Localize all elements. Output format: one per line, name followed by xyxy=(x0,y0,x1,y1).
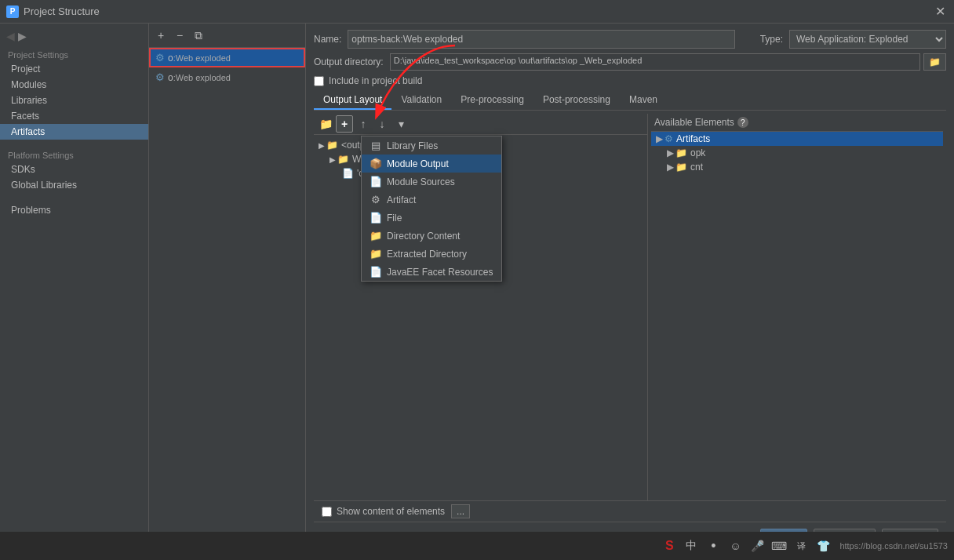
menu-module-sources-label: Module Sources xyxy=(387,176,455,187)
zh-taskbar-icon[interactable]: 中 xyxy=(683,537,700,555)
layout-toolbar: 📁 + ↑ ↓ ▾ xyxy=(314,114,647,135)
layout-more-btn[interactable]: ▾ xyxy=(392,115,410,133)
available-panel: Available Elements ? ▶ ⚙ Artifacts ▶ xyxy=(648,114,946,500)
available-item-c[interactable]: ▶ 📁 c nt xyxy=(651,160,943,174)
artifacts-group-arrow: ▶ xyxy=(656,133,663,144)
dot-taskbar-icon[interactable]: • xyxy=(705,537,722,555)
show-content-row: Show content of elements xyxy=(322,506,445,517)
sidebar-item-facets[interactable]: Facets xyxy=(0,108,148,124)
layout-movedown-btn[interactable]: ↓ xyxy=(373,115,391,133)
mic-taskbar-icon[interactable]: 🎤 xyxy=(748,537,766,555)
tab-post-processing[interactable]: Post-processing xyxy=(533,91,620,110)
available-header: Available Elements ? xyxy=(651,114,943,132)
available-item-artifacts[interactable]: ▶ ⚙ Artifacts xyxy=(651,132,943,146)
s-taskbar-icon[interactable]: S xyxy=(661,537,678,555)
file-icon: 📄 xyxy=(370,212,382,224)
ellipsis-btn[interactable]: ... xyxy=(451,504,470,518)
artifact-items: ⚙ o :Web exploded ⚙ o :Web exploded xyxy=(149,48,305,560)
menu-extracted-directory-label: Extracted Directory xyxy=(387,249,467,260)
c-item-suffix: nt xyxy=(695,162,703,173)
include-build-label: Include in project build xyxy=(329,75,422,86)
show-content-checkbox[interactable] xyxy=(322,507,332,517)
output-dir-browse-btn[interactable]: 📁 xyxy=(923,53,946,71)
artifact-suffix-1: :Web exploded xyxy=(173,53,231,63)
menu-javaee-facet[interactable]: 📄 JavaEE Facet Resources xyxy=(362,263,501,281)
sidebar-item-sdks[interactable]: SDKs xyxy=(0,162,148,177)
folder-output-root-icon: 📁 xyxy=(326,140,338,151)
nav-back[interactable]: ◀ xyxy=(6,30,15,42)
available-item-op[interactable]: ▶ 📁 op k xyxy=(651,146,943,160)
available-tree: ▶ ⚙ Artifacts ▶ 📁 op k ▶ xyxy=(651,132,943,500)
c-item-arrow: ▶ xyxy=(667,162,674,173)
app-icon: P xyxy=(6,5,19,18)
tab-validation[interactable]: Validation xyxy=(391,91,451,110)
artifact-suffix-2: :Web exploded xyxy=(173,73,231,82)
main-layout: ◀ ▶ Project Settings Project Modules Lib… xyxy=(0,24,954,560)
show-content-label: Show content of elements xyxy=(337,506,445,517)
available-header-label: Available Elements xyxy=(654,117,734,128)
close-button[interactable]: ✕ xyxy=(932,4,948,20)
sidebar-item-artifacts[interactable]: Artifacts xyxy=(0,124,148,140)
sidebar-item-project[interactable]: Project xyxy=(0,61,148,77)
menu-module-sources[interactable]: 📄 Module Sources xyxy=(362,173,501,191)
name-input[interactable] xyxy=(348,30,734,49)
menu-extracted-directory[interactable]: 📁 Extracted Directory xyxy=(362,245,501,263)
tabs-row: Output Layout Validation Pre-processing … xyxy=(314,91,946,111)
tab-pre-processing[interactable]: Pre-processing xyxy=(451,91,533,110)
javaee-facet-icon: 📄 xyxy=(370,266,382,278)
op-item-arrow: ▶ xyxy=(667,147,674,158)
bottom-bar: Show content of elements ... xyxy=(314,500,946,522)
artifact-item-2[interactable]: ⚙ o :Web exploded xyxy=(149,67,305,87)
op-item-label: op xyxy=(690,147,701,158)
menu-artifact[interactable]: ⚙ Artifact xyxy=(362,191,501,209)
artifact-add-btn[interactable]: + xyxy=(152,27,169,44)
module-sources-icon: 📄 xyxy=(370,176,382,187)
artifact-panel: + − ⧉ ⚙ o :Web exploded ⚙ o :Web explode… xyxy=(149,24,954,560)
tab-output-layout[interactable]: Output Layout xyxy=(314,91,391,110)
layout-folder-btn[interactable]: 📁 xyxy=(317,115,334,133)
artifact-icon: ⚙ xyxy=(370,194,382,205)
menu-directory-content[interactable]: 📁 Directory Content xyxy=(362,227,501,245)
expand-output-root: ▶ xyxy=(319,141,325,150)
artifact-toolbar: + − ⧉ xyxy=(149,24,305,48)
dropdown-menu: ▤ Library Files 📦 Module Output 📄 Module… xyxy=(361,136,502,282)
taskbar-right: S 中 • ☺ 🎤 ⌨ 译 👕 https://blog.csdn.net/su… xyxy=(661,537,948,555)
sidebar-item-libraries[interactable]: Libraries xyxy=(0,93,148,108)
title-bar: P Project Structure ✕ xyxy=(0,0,954,24)
nav-forward[interactable]: ▶ xyxy=(18,30,27,42)
keyboard-taskbar-icon[interactable]: ⌨ xyxy=(770,537,788,555)
menu-module-output[interactable]: 📦 Module Output xyxy=(362,155,501,173)
layout-moveup-btn[interactable]: ↑ xyxy=(355,115,372,133)
available-help-icon[interactable]: ? xyxy=(737,117,748,128)
op-resources-icon: 📄 xyxy=(342,168,354,179)
layout-add-btn[interactable]: + xyxy=(336,115,353,133)
directory-content-icon: 📁 xyxy=(370,230,382,242)
menu-library-files-label: Library Files xyxy=(387,140,438,151)
tab-maven[interactable]: Maven xyxy=(620,91,667,110)
shirt-taskbar-icon[interactable]: 👕 xyxy=(814,537,832,555)
menu-library-files[interactable]: ▤ Library Files xyxy=(362,136,501,155)
artifact-label-1: o xyxy=(168,53,173,64)
artifact-item-1[interactable]: ⚙ o :Web exploded xyxy=(149,48,305,67)
output-dir-label: Output directory: xyxy=(314,56,384,67)
output-layout-section: 📁 + ↑ ↓ ▾ ▶ 📁 <output root> xyxy=(314,114,946,500)
artifact-copy-btn[interactable]: ⧉ xyxy=(190,27,207,44)
translate-taskbar-icon[interactable]: 译 xyxy=(792,537,810,555)
name-row: Name: Type: Web Application: Exploded We… xyxy=(314,30,946,49)
include-build-checkbox[interactable] xyxy=(314,76,324,86)
module-output-icon: 📦 xyxy=(370,158,382,169)
artifact-list-panel: + − ⧉ ⚙ o :Web exploded ⚙ o :Web explode… xyxy=(149,24,306,560)
menu-javaee-facet-label: JavaEE Facet Resources xyxy=(387,267,493,278)
library-files-icon: ▤ xyxy=(370,140,382,151)
smile-taskbar-icon[interactable]: ☺ xyxy=(726,537,744,555)
sidebar-item-problems[interactable]: Problems xyxy=(0,202,148,218)
op-item-suffix: k xyxy=(701,147,705,158)
folder-webinf-icon: 📁 xyxy=(337,154,349,165)
artifact-remove-btn[interactable]: − xyxy=(171,27,188,44)
sidebar-item-global-libraries[interactable]: Global Libraries xyxy=(0,177,148,193)
platform-settings-label: Platform Settings xyxy=(0,146,148,162)
menu-file[interactable]: 📄 File xyxy=(362,209,501,227)
sidebar-item-modules[interactable]: Modules xyxy=(0,77,148,93)
type-dropdown[interactable]: Web Application: Exploded Web Applicatio… xyxy=(789,30,946,49)
project-settings-label: Project Settings xyxy=(0,45,148,61)
